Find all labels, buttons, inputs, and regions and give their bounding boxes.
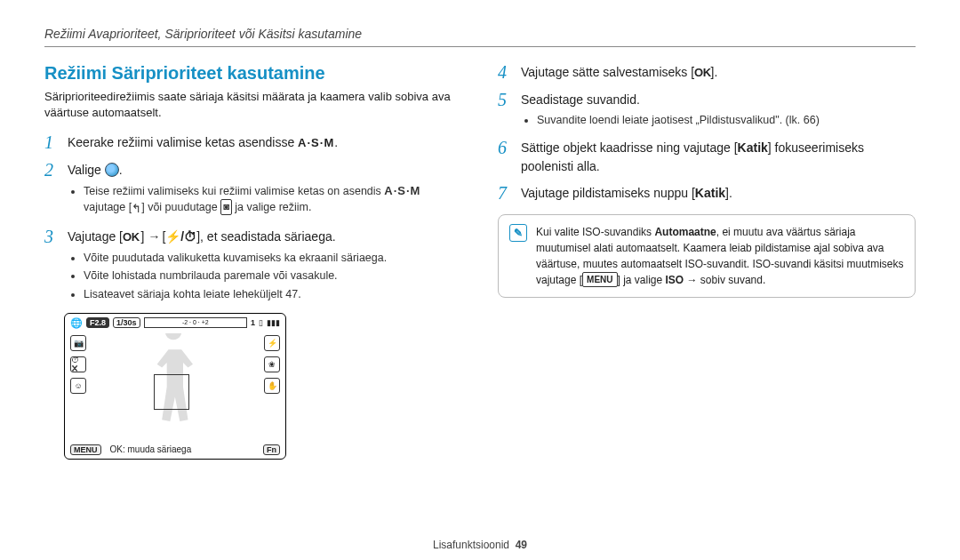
section-title: Režiimi Säriprioriteet kasutamine xyxy=(44,63,462,84)
note-box: ✎ Kui valite ISO-suvandiks Automaatne, e… xyxy=(498,214,916,298)
camera-lcd-figure: 🌐 F2.8 1/30s -2 · 0 · +2 1 ▯ ▮▮▮ 📷 ⏱✕ ☺ … xyxy=(64,313,286,460)
fn-button[interactable]: Fn xyxy=(263,444,280,455)
flash-icon: ⚡ xyxy=(264,335,280,351)
step-3-sub-3: Lisateavet säriaja kohta leiate lehekülj… xyxy=(84,286,462,302)
flash-timer-icon: ⚡/⏱ xyxy=(165,229,196,244)
step-4: Vajutage sätte salvestamiseks [OK]. xyxy=(521,63,916,82)
ok-hint: OK: muuda säriaega xyxy=(107,444,259,454)
note-text: Kui valite ISO-suvandiks Automaatne, ei … xyxy=(536,224,904,288)
asm-icon: A·S·M xyxy=(384,184,420,197)
aperture-pill: F2.8 xyxy=(86,317,109,328)
step-5: Seadistage suvandid. Suvandite loendi le… xyxy=(521,91,916,130)
ok-icon: OK xyxy=(694,66,711,79)
asm-icon: A·S·M xyxy=(298,136,334,149)
step-7: Vajutage pildistamiseks nuppu [Katik]. xyxy=(521,184,916,202)
af-frame xyxy=(154,374,189,410)
ev-meter: -2 · 0 · +2 xyxy=(144,317,247,328)
footer-page-number: 49 xyxy=(516,539,527,551)
step-2: Valige . Teise režiimi valimiseks kui re… xyxy=(68,161,462,219)
menu-button[interactable]: MENU xyxy=(70,444,101,455)
mode-square-icon: ◙ xyxy=(220,199,232,215)
stabilizer-icon: ✋ xyxy=(264,378,280,394)
globe-icon: 🌐 xyxy=(70,317,83,329)
page-footer: Lisafunktsioonid 49 xyxy=(44,532,916,551)
right-column: 4 Vajutage sätte salvestamiseks [OK]. 5 … xyxy=(498,63,916,532)
step-3: Vajutage [OK]→[⚡/⏱], et seadistada säria… xyxy=(68,228,462,303)
menu-inline-icon: MENU xyxy=(582,272,617,287)
footer-chapter: Lisafunktsioonid xyxy=(433,539,509,551)
step-number-6: 6 xyxy=(498,139,514,156)
shutter-key: Katik xyxy=(738,140,768,155)
back-icon: ↰ xyxy=(132,201,141,217)
step-number-3: 3 xyxy=(44,228,60,245)
card-icon: ▯ xyxy=(259,318,263,327)
timer-off-icon: ⏱✕ xyxy=(70,356,86,372)
globe-mode-icon xyxy=(105,163,119,177)
step-number-1: 1 xyxy=(44,133,60,151)
intro-text: Säriprioriteedirežiimis saate säriaja kä… xyxy=(44,89,462,121)
drive-icon: 📷 xyxy=(70,335,86,351)
face-icon: ☺ xyxy=(70,378,86,394)
step-number-4: 4 xyxy=(498,63,514,81)
step-number-7: 7 xyxy=(498,184,514,202)
step-2-sub-1: Teise režiimi valimiseks kui režiimi val… xyxy=(84,183,462,218)
step-3-sub-2: Võite lohistada numbrilauda paremale või… xyxy=(84,268,462,284)
step-3-sub-1: Võite puudutada valikuketta kuvamiseks k… xyxy=(84,250,462,266)
step-6: Sättige objekt kaadrisse ning vajutage [… xyxy=(521,139,916,175)
left-column: Režiimi Säriprioriteet kasutamine Säripr… xyxy=(44,63,462,532)
step-5-sub-1: Suvandite loendi leiate jaotisest „Pildi… xyxy=(537,112,916,128)
shutter-key: Katik xyxy=(695,186,725,200)
ok-icon: OK xyxy=(123,230,140,244)
macro-icon: ❀ xyxy=(264,356,280,372)
running-header: Režiimi Avaprioriteet, Säriprioriteet võ… xyxy=(44,27,916,47)
battery-icon: ▮▮▮ xyxy=(267,318,280,327)
shots-remaining: 1 xyxy=(251,318,255,327)
step-number-2: 2 xyxy=(44,161,60,179)
note-icon: ✎ xyxy=(509,224,527,242)
shutter-pill: 1/30s xyxy=(113,317,140,328)
step-1: Keerake režiimi valimise ketas asendisse… xyxy=(68,133,462,152)
step-number-5: 5 xyxy=(498,91,514,108)
